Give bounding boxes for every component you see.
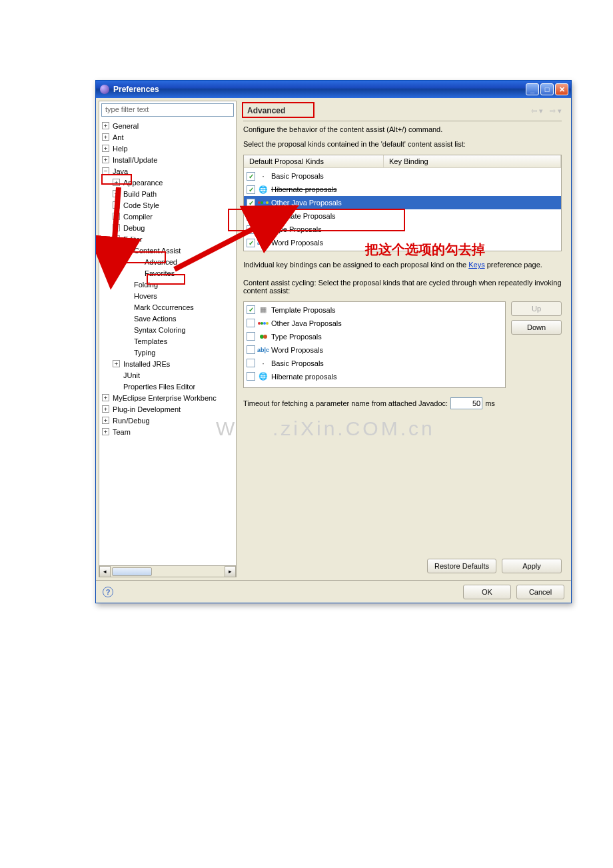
cancel-button[interactable]: Cancel [516,585,564,599]
tree-install[interactable]: +Install/Update [102,154,236,165]
java-proposals-icon [258,198,269,207]
java-proposals-icon [258,319,269,328]
checkbox[interactable]: ✓ [247,212,255,221]
checkbox[interactable]: ✓ [247,319,255,327]
maximize-button[interactable]: □ [540,83,554,95]
tree-java[interactable]: −Java [102,165,236,177]
back-icon[interactable]: ⇦ ▾ [531,107,543,115]
ms-label: ms [485,399,495,407]
hibernate-icon: 🌐 [258,185,269,194]
checkbox[interactable]: ✓ [247,345,255,354]
col-default[interactable]: Default Proposal Kinds [244,155,384,167]
tree-save[interactable]: Save Actions [123,313,236,324]
row-type[interactable]: ✓Type Proposals [244,223,561,236]
c-otherjava[interactable]: ✓Other Java Proposals [244,317,505,330]
c-hibernate[interactable]: ✓🌐Hibernate proposals [244,370,505,383]
help-icon[interactable]: ? [103,587,113,597]
tree-installedjres[interactable]: +Installed JREs [113,358,236,369]
restore-defaults-button[interactable]: Restore Defaults [427,559,496,573]
up-button[interactable]: Up [511,301,562,316]
tree-appearance[interactable]: +Appearance [113,177,236,188]
preference-tree[interactable]: +General +Ant +Help +Install/Update −Jav… [99,119,236,565]
checkbox[interactable]: ✓ [247,332,255,341]
tree-propfiles[interactable]: Properties Files Editor [113,381,236,392]
c-type[interactable]: ✓Type Proposals [244,330,505,343]
tree-team[interactable]: +Team [102,426,236,437]
intro-text: Configure the behavior of the content as… [243,125,562,133]
checkbox[interactable]: ✓ [247,225,255,234]
tree-typing[interactable]: Typing [123,347,236,358]
tree-mark[interactable]: Mark Occurrences [123,301,236,313]
col-keybinding[interactable]: Key Binding [384,155,561,167]
left-pane: +General +Ant +Help +Install/Update −Jav… [99,101,237,577]
row-basic[interactable]: ✓·Basic Proposals [244,169,561,183]
tree-rundebug[interactable]: +Run/Debug [102,415,236,426]
dot-icon: · [258,359,269,368]
hibernate-icon: 🌐 [258,372,269,381]
tree-templates[interactable]: Templates [123,335,236,347]
checkbox[interactable]: ✓ [247,199,255,207]
tree-syntax[interactable]: Syntax Coloring [123,324,236,335]
keys-link[interactable]: Keys [468,261,484,269]
minimize-button[interactable]: _ [526,83,539,95]
apply-button[interactable]: Apply [502,559,562,573]
c-template[interactable]: ✓▦Template Proposals [244,303,505,317]
row-otherjava[interactable]: ✓Other Java Proposals [244,196,561,209]
word-icon: ab|c [258,345,269,355]
c-word[interactable]: ✓ab|cWord Proposals [244,343,505,357]
cycling-label: Content assist cycling: Select the propo… [243,279,562,295]
page-title: Advanced [243,105,289,117]
scroll-thumb[interactable] [112,567,152,576]
checkbox[interactable]: ✓ [247,372,255,381]
tree-favorites[interactable]: Favorites [134,267,236,279]
checkbox[interactable]: ✓ [247,185,255,194]
right-pane: Advanced ⇦ ▾ ⇨ ▾ Configure the behavior … [237,101,568,577]
preferences-window: Preferences _ □ ✕ +General +Ant +Help +I… [95,80,572,603]
tree-folding[interactable]: Folding [123,279,236,290]
scroll-right-button[interactable]: ▸ [225,566,236,577]
type-icon [258,332,269,341]
tree-junit[interactable]: JUnit [113,369,236,381]
titlebar[interactable]: Preferences _ □ ✕ [96,81,571,98]
type-icon [258,225,269,234]
tree-hscroll[interactable]: ◂ ▸ [99,565,236,577]
tree-compiler[interactable]: +Compiler [113,211,236,222]
tree-buildpath[interactable]: +Build Path [113,188,236,199]
c-basic[interactable]: ✓·Basic Proposals [244,357,505,370]
checkbox[interactable]: ✓ [247,172,255,181]
template-icon: ▦ [258,305,269,315]
tree-help[interactable]: +Help [102,143,236,154]
checkbox[interactable]: ✓ [247,305,255,314]
checkbox[interactable]: ✓ [247,359,255,367]
tree-codestyle[interactable]: +Code Style [113,199,236,211]
checkbox[interactable]: ✓ [247,239,255,247]
filter-input[interactable] [104,105,231,114]
tree-myeclipse[interactable]: +MyEclipse Enterprise Workbenc [102,392,236,403]
dot-icon: · [258,171,269,181]
row-word[interactable]: ✓ab|cWord Proposals [244,236,561,249]
tree-contentassist[interactable]: −Content Assist [123,245,236,256]
filter-input-wrap[interactable] [101,103,234,117]
word-icon: ab|c [258,238,269,247]
individual-note: Individual key bindings can be assigned … [243,259,562,271]
ok-button[interactable]: OK [463,585,511,599]
tree-general[interactable]: +General [102,120,236,131]
timeout-input[interactable] [450,397,482,409]
row-template[interactable]: ✓▦Template Proposals [244,209,561,223]
tree-ant[interactable]: +Ant [102,131,236,143]
down-button[interactable]: Down [511,320,562,335]
timeout-label: Timeout for fetching a parameter name fr… [243,399,448,407]
template-icon: ▦ [258,211,269,221]
cycling-list[interactable]: ✓▦Template Proposals ✓Other Java Proposa… [243,301,506,388]
forward-icon[interactable]: ⇨ ▾ [550,107,562,115]
tree-plugindev[interactable]: +Plug-in Development [102,403,236,415]
row-hibernate[interactable]: ✓🌐Hibernate proposals [244,183,561,196]
tree-advanced[interactable]: Advanced [134,256,236,267]
close-button[interactable]: ✕ [555,83,568,95]
window-title: Preferences [113,85,526,94]
scroll-left-button[interactable]: ◂ [99,566,111,577]
tree-debug[interactable]: +Debug [113,222,236,233]
tree-editor[interactable]: −Editor [113,233,236,245]
default-proposals-table: Default Proposal Kinds Key Binding ✓·Bas… [243,155,562,251]
tree-hovers[interactable]: Hovers [123,290,236,301]
